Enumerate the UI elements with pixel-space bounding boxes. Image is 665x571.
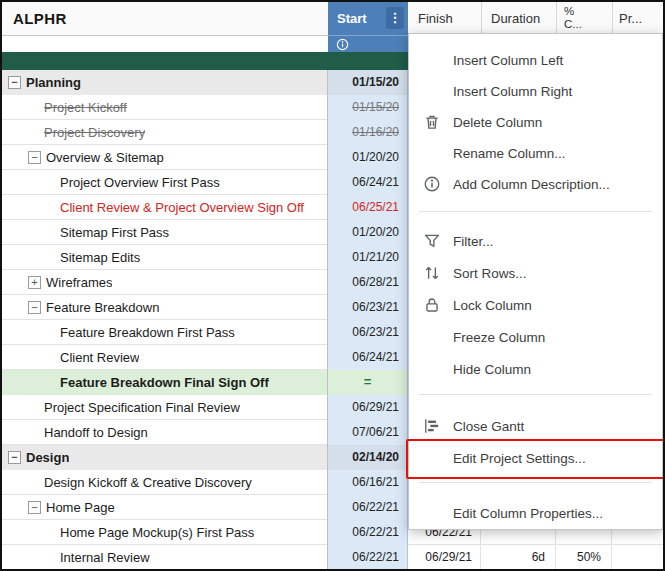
task-name-cell[interactable]: Sitemap First Pass	[2, 220, 328, 245]
start-cell[interactable]: 01/21/20	[328, 245, 408, 270]
task-name: Feature Breakdown First Pass	[60, 321, 235, 345]
task-name-cell[interactable]: Project Kickoff	[2, 95, 328, 120]
start-cell[interactable]: 07/06/21	[328, 420, 408, 445]
start-column-label: Start	[337, 2, 367, 35]
task-name-cell[interactable]: Project Specification Final Review	[2, 395, 328, 420]
task-name-cell[interactable]: Client Review & Project Overview Sign Of…	[2, 195, 328, 220]
menu-item-freeze-column[interactable]: Freeze Column	[409, 321, 662, 353]
menu-item-insert-column-right[interactable]: Insert Column Right	[409, 75, 662, 107]
task-name-cell[interactable]: −Home Page	[2, 495, 328, 520]
task-name: Design Kickoff & Creative Discovery	[44, 471, 252, 495]
column-description-strip[interactable]	[328, 35, 408, 52]
percent-cell[interactable]: 50%	[556, 545, 612, 570]
task-name: Handoff to Design	[44, 421, 148, 445]
menu-item-label: Edit Project Settings...	[453, 451, 586, 466]
column-header-duration[interactable]: Duration	[491, 2, 540, 35]
percent-header-line2: C...	[564, 18, 582, 31]
task-name-cell[interactable]: Client Review	[2, 345, 328, 370]
sort-icon	[423, 264, 441, 282]
menu-item-label: Insert Column Left	[453, 53, 563, 68]
start-cell[interactable]: 06/22/21	[328, 495, 408, 520]
column-header-finish[interactable]: Finish	[418, 2, 453, 35]
task-name: Internal Review	[60, 546, 150, 570]
menu-item-label: Insert Column Right	[453, 84, 572, 99]
duration-cell[interactable]: 6d	[481, 545, 556, 570]
start-cell[interactable]: 06/24/21	[328, 170, 408, 195]
menu-item-label: Filter...	[453, 234, 494, 249]
menu-item-label: Freeze Column	[453, 330, 545, 345]
smartsheet-grid-window: ALPHR Finish Duration % C... Pr... Start…	[0, 0, 665, 571]
info-circle-icon	[336, 38, 349, 51]
start-cell[interactable]: 06/16/21	[328, 470, 408, 495]
menu-item-label: Hide Column	[453, 362, 531, 377]
task-name-cell[interactable]: Feature Breakdown First Pass	[2, 320, 328, 345]
menu-item-label: Rename Column...	[453, 146, 566, 161]
menu-item-lock-column[interactable]: Lock Column	[409, 289, 662, 321]
menu-item-label: Delete Column	[453, 115, 542, 130]
column-header-predecessors[interactable]: Pr...	[619, 2, 642, 35]
menu-item-edit-column-properties[interactable]: Edit Column Properties...	[409, 497, 662, 529]
task-name-cell[interactable]: Internal Review	[2, 545, 328, 570]
task-name: Client Review	[60, 346, 139, 370]
task-name: Sitemap Edits	[60, 246, 140, 270]
column-header-percent[interactable]: % C...	[564, 5, 582, 31]
task-name: Project Overview First Pass	[60, 171, 220, 195]
task-name-cell[interactable]: Feature Breakdown Final Sign Off	[2, 370, 328, 395]
start-cell[interactable]: 01/15/20	[328, 70, 408, 95]
task-name: Home Page	[46, 496, 115, 520]
collapse-toggle-icon[interactable]: −	[28, 501, 41, 514]
finish-cell[interactable]: 06/29/21	[408, 545, 481, 570]
menu-item-filter[interactable]: Filter...	[409, 225, 662, 257]
menu-item-sort-rows[interactable]: Sort Rows...	[409, 257, 662, 289]
menu-separator	[419, 482, 652, 483]
task-name-cell[interactable]: −Overview & Sitemap	[2, 145, 328, 170]
start-cell[interactable]: 01/20/20	[328, 145, 408, 170]
start-cell[interactable]: 06/28/21	[328, 270, 408, 295]
column-context-menu: Insert Column Left Insert Column Right D…	[408, 33, 663, 530]
menu-item-rename-column[interactable]: Rename Column...	[409, 137, 662, 169]
collapse-toggle-icon[interactable]: −	[8, 76, 21, 89]
project-summary-band	[2, 52, 408, 70]
menu-item-delete-column[interactable]: Delete Column	[409, 106, 662, 138]
task-name-cell[interactable]: Project Overview First Pass	[2, 170, 328, 195]
start-cell[interactable]: 06/29/21	[328, 395, 408, 420]
task-name-cell[interactable]: Project Discovery	[2, 120, 328, 145]
menu-item-hide-column[interactable]: Hide Column	[409, 353, 662, 385]
menu-item-label: Sort Rows...	[453, 266, 527, 281]
start-cell[interactable]: 06/23/21	[328, 320, 408, 345]
menu-item-add-column-description[interactable]: Add Column Description...	[409, 168, 662, 200]
expand-toggle-icon[interactable]: +	[28, 276, 41, 289]
task-name: Home Page Mockup(s) First Pass	[60, 521, 254, 545]
collapse-toggle-icon[interactable]: −	[8, 451, 21, 464]
start-cell[interactable]: 01/20/20	[328, 220, 408, 245]
task-name-cell[interactable]: Handoff to Design	[2, 420, 328, 445]
lock-icon	[423, 296, 441, 314]
start-cell[interactable]: 06/23/21	[328, 295, 408, 320]
menu-item-close-gantt[interactable]: Close Gantt	[409, 410, 662, 442]
collapse-toggle-icon[interactable]: −	[28, 301, 41, 314]
column-header-start-selected[interactable]: Start ⋮	[328, 2, 408, 35]
task-name-cell[interactable]: Design Kickoff & Creative Discovery	[2, 470, 328, 495]
start-cell[interactable]: 06/22/21	[328, 520, 408, 545]
column-divider	[612, 2, 613, 35]
task-name-cell[interactable]: −Planning	[2, 70, 328, 95]
menu-item-label: Close Gantt	[453, 419, 524, 434]
predecessor-cell[interactable]	[612, 545, 663, 570]
collapse-toggle-icon[interactable]: −	[28, 151, 41, 164]
menu-item-insert-column-left[interactable]: Insert Column Left	[409, 44, 662, 76]
start-cell[interactable]: 06/24/21	[328, 345, 408, 370]
task-name-cell[interactable]: Home Page Mockup(s) First Pass	[2, 520, 328, 545]
start-cell[interactable]: 06/25/21	[328, 195, 408, 220]
task-name-cell[interactable]: −Design	[2, 445, 328, 470]
start-cell[interactable]: =	[328, 370, 408, 395]
menu-item-edit-project-settings[interactable]: Edit Project Settings...	[409, 442, 662, 474]
start-cell[interactable]: 01/16/20	[328, 120, 408, 145]
kebab-menu-icon[interactable]: ⋮	[386, 7, 404, 29]
start-cell[interactable]: 06/22/21	[328, 545, 408, 570]
task-name-cell[interactable]: Sitemap Edits	[2, 245, 328, 270]
start-cell[interactable]: 01/15/20	[328, 95, 408, 120]
task-name-cell[interactable]: −Feature Breakdown	[2, 295, 328, 320]
task-name: Sitemap First Pass	[60, 221, 169, 245]
task-name-cell[interactable]: +Wireframes	[2, 270, 328, 295]
start-cell[interactable]: 02/14/20	[328, 445, 408, 470]
